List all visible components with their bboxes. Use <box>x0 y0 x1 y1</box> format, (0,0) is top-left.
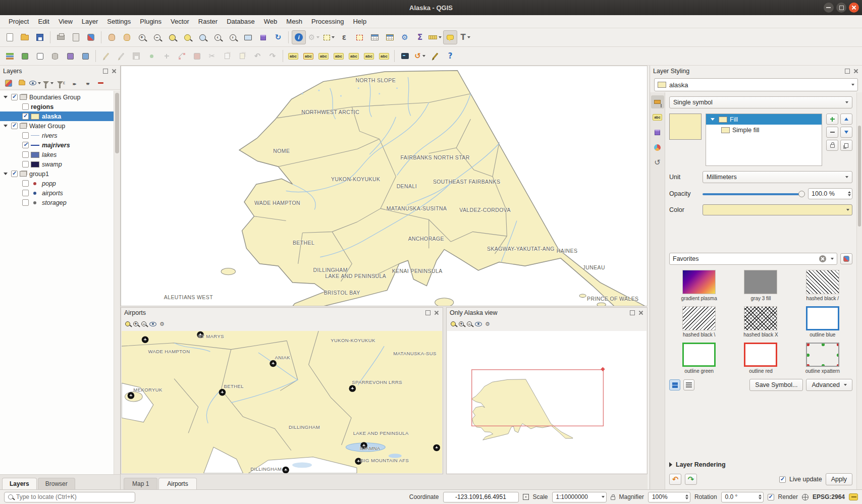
scroll-thumb[interactable] <box>115 93 119 153</box>
add-group-button[interactable] <box>16 78 28 89</box>
tab-airports[interactable]: Airports <box>158 478 196 489</box>
pan-to-selection-button[interactable] <box>120 30 134 44</box>
duplicate-symbol-layer-button[interactable] <box>840 140 852 151</box>
layer-row-majrivers[interactable]: majrivers <box>0 140 114 150</box>
visibility-checkbox[interactable] <box>22 199 29 206</box>
delete-selected-button[interactable] <box>190 49 204 63</box>
symbol-item-gray-3-fill[interactable]: gray 3 fill <box>731 270 790 301</box>
view-settings-icon[interactable]: ⚙ <box>485 321 490 327</box>
close-panel-icon[interactable] <box>434 310 440 316</box>
visibility-checkbox[interactable] <box>11 171 18 177</box>
move-label-button[interactable]: abc <box>347 49 361 63</box>
spin-arrows[interactable] <box>685 494 688 499</box>
tab-history[interactable]: ↺ <box>651 156 664 169</box>
advanced-button[interactable]: Advanced <box>806 379 852 391</box>
run-feature-action-button[interactable]: ⚙ <box>307 30 321 44</box>
zoom-full-icon[interactable] <box>451 321 456 326</box>
remove-layer-button[interactable] <box>94 78 106 89</box>
tab-symbology[interactable] <box>651 95 664 108</box>
remove-symbol-layer-button[interactable] <box>826 127 838 138</box>
field-calculator-button[interactable] <box>383 30 397 44</box>
options-button[interactable]: ⚙ <box>398 30 412 44</box>
tab-browser[interactable]: Browser <box>38 478 75 489</box>
close-panel-icon[interactable] <box>853 68 859 74</box>
style-manager-button[interactable] <box>840 253 852 264</box>
scroll-thumb[interactable] <box>858 126 861 227</box>
expand-icon[interactable] <box>4 125 8 127</box>
pin-labels-button[interactable]: abc <box>316 49 331 63</box>
visibility-checkbox[interactable] <box>22 113 29 120</box>
new-shapefile-layer-button[interactable] <box>33 49 47 63</box>
current-edits-button[interactable] <box>99 49 113 63</box>
save-symbol-button[interactable]: Save Symbol... <box>749 379 803 391</box>
edit-annotation-button[interactable] <box>428 49 442 63</box>
style-manager-button[interactable] <box>84 30 98 44</box>
visibility-checkbox[interactable] <box>22 103 29 110</box>
spin-arrows[interactable] <box>848 191 851 196</box>
styling-layer-combo[interactable]: alaska <box>654 78 858 91</box>
copy-features-button[interactable] <box>220 49 234 63</box>
layer-row-group1[interactable]: group1 <box>0 169 114 179</box>
visibility-checkbox[interactable] <box>11 123 18 129</box>
open-layer-styling-button[interactable] <box>3 78 15 89</box>
zoom-in-button[interactable] <box>135 30 149 44</box>
color-button[interactable] <box>703 204 852 215</box>
symbol-item-outline-xpattern[interactable]: outline xpattern <box>793 343 852 374</box>
layer-row-swamp[interactable]: swamp <box>0 159 114 169</box>
messages-icon[interactable] <box>849 493 858 500</box>
expand-all-button[interactable] <box>68 78 80 89</box>
zoom-full-button[interactable] <box>165 30 179 44</box>
crs-value[interactable]: EPSG:2964 <box>813 493 845 500</box>
zoom-full-icon[interactable] <box>125 321 130 326</box>
new-project-button[interactable] <box>3 30 17 44</box>
collapse-all-button[interactable] <box>81 78 93 89</box>
alaska-view-canvas[interactable] <box>447 331 646 473</box>
layer-labeling-button[interactable]: abc <box>286 49 300 63</box>
layer-row-water-group[interactable]: Water Group <box>0 121 114 131</box>
undock-panel-icon[interactable] <box>102 68 109 74</box>
locate-input[interactable] <box>16 493 131 500</box>
layer-row-regions[interactable]: regions <box>0 102 114 111</box>
zoom-next-button[interactable]: › <box>226 30 240 44</box>
redo-button[interactable]: ↷ <box>265 49 280 63</box>
zoom-in-icon[interactable] <box>459 321 464 326</box>
menu-vector[interactable]: Vector <box>166 16 194 27</box>
cut-features-button[interactable]: ✂ <box>205 49 219 63</box>
coordinate-input[interactable] <box>443 492 519 502</box>
slider-handle[interactable] <box>798 191 805 197</box>
add-feature-button[interactable] <box>144 49 158 63</box>
visibility-checkbox[interactable] <box>22 161 29 167</box>
visibility-checkbox[interactable] <box>22 142 29 148</box>
identify-features-button[interactable]: i <box>292 30 306 44</box>
render-checkbox[interactable] <box>768 494 774 500</box>
symbol-item-outline-blue[interactable]: outline blue <box>793 306 852 338</box>
new-temporary-scratch-layer-button[interactable] <box>63 49 77 63</box>
symbol-item-outline-green[interactable]: outline green <box>669 343 729 374</box>
save-project-button[interactable] <box>33 30 47 44</box>
deselect-all-button[interactable] <box>352 30 366 44</box>
layer-rendering-header[interactable]: Layer Rendering <box>669 461 852 468</box>
undock-panel-icon[interactable] <box>844 68 850 74</box>
menu-project[interactable]: Project <box>4 16 33 27</box>
close-panel-icon[interactable] <box>111 68 117 74</box>
select-by-expression-button[interactable]: ε <box>337 30 351 44</box>
view-extent-eye-icon[interactable] <box>475 322 482 326</box>
rotate-label-button[interactable]: abc <box>362 49 376 63</box>
save-layer-edits-button[interactable] <box>129 49 143 63</box>
expand-icon[interactable] <box>4 96 8 98</box>
tab-diagrams[interactable] <box>651 141 664 154</box>
tab-3d-view[interactable] <box>651 126 664 139</box>
layers-scrollbar[interactable] <box>114 91 120 474</box>
apply-button[interactable]: Apply <box>826 473 852 485</box>
style-redo-button[interactable]: ↷ <box>685 474 697 485</box>
open-project-button[interactable] <box>18 30 32 44</box>
symbol-row-simple-fill[interactable]: Simple fill <box>706 125 822 135</box>
new-spatialite-layer-button[interactable] <box>48 49 62 63</box>
lock-symbol-layer-button[interactable] <box>826 140 838 151</box>
visibility-checkbox[interactable] <box>22 180 29 187</box>
add-symbol-layer-button[interactable] <box>826 114 838 125</box>
move-symbol-layer-up-button[interactable] <box>840 114 852 125</box>
pan-map-button[interactable] <box>104 30 119 44</box>
refresh-button[interactable]: ↻ <box>271 30 285 44</box>
minimize-button[interactable] <box>824 3 834 13</box>
